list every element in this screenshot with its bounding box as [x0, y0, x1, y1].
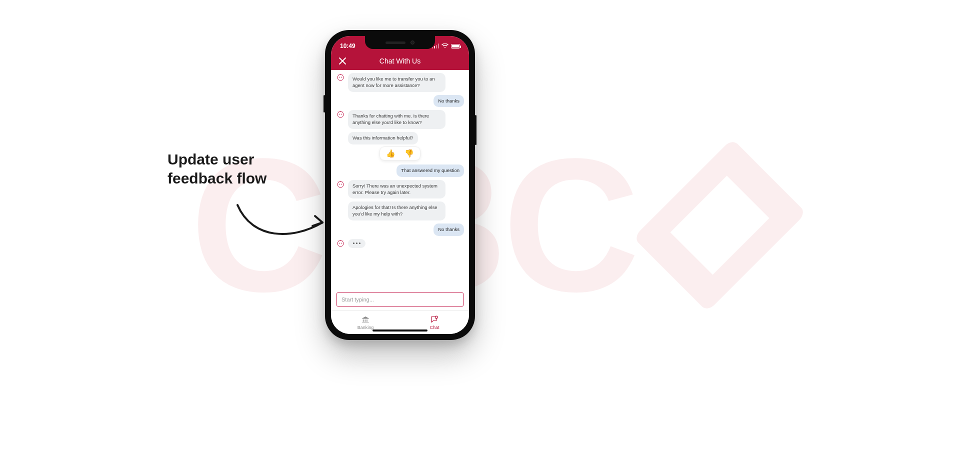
svg-point-5 [341, 114, 342, 115]
user-message: No thanks [336, 224, 464, 236]
tab-label: Banking [358, 325, 374, 330]
thumbs-up-button[interactable]: 👍 [386, 149, 396, 158]
chat-icon [430, 315, 439, 324]
header-title: Chat With Us [380, 57, 420, 65]
svg-point-0 [338, 74, 344, 80]
message-text: Would you like me to transfer you to an … [348, 73, 446, 92]
bot-avatar-icon [336, 110, 345, 119]
bot-avatar-icon [336, 73, 345, 82]
svg-point-8 [341, 184, 342, 184]
bot-message: Would you like me to transfer you to an … [336, 73, 464, 92]
bot-message: Thanks for chatting with me. Is there an… [336, 110, 464, 129]
svg-point-4 [339, 114, 340, 115]
svg-point-6 [338, 182, 344, 188]
svg-point-7 [339, 184, 340, 184]
svg-point-10 [339, 242, 340, 244]
composer: Start typing... [331, 290, 469, 310]
message-text: Sorry! There was an unexpected system er… [348, 180, 446, 199]
bot-avatar-icon [336, 239, 345, 248]
message-text: That answered my question [396, 164, 464, 177]
thumbs-down-button[interactable]: 👎 [404, 149, 414, 158]
bot-typing [336, 239, 464, 248]
phone-notch [365, 36, 435, 49]
svg-point-11 [341, 242, 342, 244]
annotation: Update user feedback flow [168, 150, 318, 188]
typing-indicator-icon [348, 239, 366, 248]
feedback-reactions: 👍 👎 [336, 146, 464, 160]
wifi-icon [442, 44, 448, 48]
svg-point-1 [339, 76, 340, 78]
annotation-label: Update user feedback flow [168, 150, 318, 188]
message-input[interactable]: Start typing... [336, 292, 464, 307]
bank-icon [361, 315, 370, 324]
tab-label: Chat [430, 325, 439, 330]
bot-message: Was this information helpful? [336, 132, 464, 144]
status-time: 10:49 [340, 42, 356, 50]
svg-point-9 [338, 240, 344, 246]
bot-message: Apologies for that! Is there anything el… [336, 202, 464, 220]
phone-frame: 10:49 Chat With Us [325, 30, 475, 340]
message-text: Thanks for chatting with me. Is there an… [348, 110, 446, 129]
close-icon [338, 56, 347, 66]
message-text: Apologies for that! Is there anything el… [348, 202, 446, 220]
chat-transcript[interactable]: Would you like me to transfer you to an … [331, 70, 469, 290]
bot-avatar-icon [336, 180, 345, 189]
phone-screen: 10:49 Chat With Us [331, 36, 469, 334]
close-button[interactable] [338, 56, 347, 66]
svg-point-2 [341, 76, 342, 78]
svg-point-12 [435, 316, 438, 318]
message-text: Was this information helpful? [348, 132, 418, 144]
message-input-placeholder: Start typing... [342, 296, 374, 302]
brand-diamond-icon [650, 155, 790, 295]
svg-point-3 [338, 112, 344, 118]
message-text: No thanks [434, 224, 464, 236]
bot-message: Sorry! There was an unexpected system er… [336, 180, 464, 199]
user-message: No thanks [336, 95, 464, 108]
user-message: That answered my question [336, 164, 464, 177]
home-indicator[interactable] [372, 330, 428, 332]
annotation-arrow-icon [232, 195, 332, 245]
message-text: No thanks [434, 95, 464, 108]
battery-icon [451, 44, 460, 48]
